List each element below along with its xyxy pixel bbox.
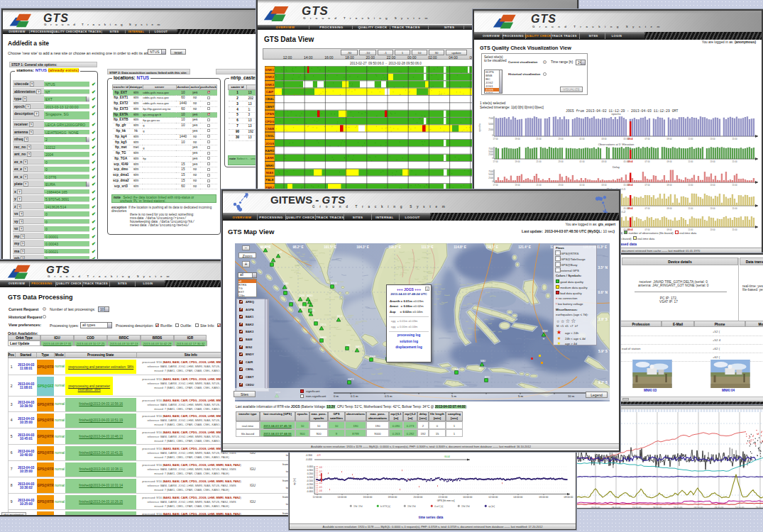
svg-text:5 m: 5 m — [451, 394, 456, 398]
svg-text:7500: 7500 — [488, 117, 493, 120]
svg-text:NIAN: NIAN — [283, 282, 289, 285]
svg-text:08:00:00: 08:00:00 — [564, 496, 573, 499]
svg-text:2500: 2500 — [488, 128, 493, 131]
svg-text:07:00: 07:00 — [645, 184, 650, 187]
svg-text:-0.4: -0.4 — [319, 482, 322, 484]
svg-text:TRKL: TRKL — [309, 309, 315, 312]
svg-text:CBNT: CBNT — [265, 105, 275, 109]
svg-text:up [m]: up [m] — [293, 478, 296, 484]
svg-text:03:30:00: 03:30:00 — [591, 506, 600, 509]
svg-text:23:30:00: 23:30:00 — [674, 506, 683, 509]
svg-text:-0.200: -0.200 — [307, 483, 314, 486]
svg-text:+: + — [543, 336, 545, 340]
svg-text:0: 0 — [492, 180, 493, 183]
svg-text:SAU: SAU — [455, 368, 460, 371]
svg-text:0: 0 — [492, 157, 493, 160]
svg-text:-0.9: -0.9 — [317, 454, 321, 457]
svg-text:05:00: 05:00 — [624, 160, 629, 163]
svg-text:05:00: 05:00 — [624, 184, 629, 187]
svg-text:14:30:00: 14:30:00 — [735, 506, 745, 509]
svg-text:23:00: 23:00 — [559, 160, 564, 163]
svg-text:11:00: 11:00 — [688, 207, 693, 210]
svg-text:7500: 7500 — [488, 170, 493, 173]
svg-text:17:00: 17:00 — [493, 184, 498, 187]
svg-text:0.300: 0.300 — [307, 469, 313, 472]
svg-text:5000: 5000 — [488, 173, 493, 176]
svg-text:-0.300: -0.300 — [305, 454, 312, 457]
svg-text:TIPOL: TIPOL — [320, 323, 326, 326]
svg-text:-0.100: -0.100 — [307, 480, 314, 482]
svg-text:4-arC [s]: 4-arC [s] — [434, 505, 443, 508]
svg-text:03:00: 03:00 — [602, 160, 607, 163]
svg-text:09:00: 09:00 — [667, 160, 672, 163]
svg-text:11:00: 11:00 — [688, 160, 693, 163]
svg-text:16:00:00: 16:00:00 — [363, 496, 373, 499]
svg-text:10 m: 10 m — [568, 394, 575, 398]
svg-text:MNKI: MNKI — [542, 330, 548, 333]
svg-text:20:00:00: 20:00:00 — [414, 496, 423, 499]
svg-text:0: 0 — [492, 134, 493, 137]
svg-text:09:4: 09:4 — [628, 138, 633, 140]
svg-text:DNK3: DNK3 — [265, 83, 275, 87]
svg-text:CAIP: CAIP — [266, 90, 274, 94]
svg-text:NIAS: NIAS — [314, 319, 319, 322]
svg-text:08:30:00: 08:30:00 — [612, 506, 621, 509]
svg-text:SMT3: SMT3 — [348, 378, 354, 381]
svg-text:T.AS: T.AS — [346, 344, 351, 347]
svg-text:PARJ: PARJ — [265, 186, 274, 189]
svg-text:ABSD: ABSD — [307, 294, 313, 297]
svg-text:2.6° S: 2.6° S — [598, 318, 608, 321]
svg-text:09:00: 09:00 — [667, 138, 672, 140]
svg-text:PALE: PALE — [265, 178, 273, 182]
svg-text:15:00: 15:00 — [732, 184, 737, 187]
svg-text:9.2° S: 9.2° S — [598, 381, 608, 384]
svg-text:22:00:00: 22:00:00 — [439, 496, 448, 499]
svg-text:108.2° E: 108.2° E — [388, 245, 401, 249]
svg-text:3.5° N: 3.5° N — [598, 266, 608, 270]
svg-text:06:00:00: 06:00:00 — [539, 496, 549, 499]
svg-text:13:00: 13:00 — [710, 138, 715, 140]
svg-text:-0.5: -0.5 — [319, 486, 322, 489]
svg-text:13:30:00: 13:30:00 — [632, 506, 642, 509]
svg-text:5000: 5000 — [488, 150, 493, 153]
svg-text:NTUS: NTUS — [331, 282, 337, 285]
svg-text:CPDG: CPDG — [265, 120, 275, 123]
svg-text:19:00: 19:00 — [515, 184, 520, 187]
svg-text:11:00: 11:00 — [688, 184, 693, 187]
svg-text:CSGL: CSGL — [265, 134, 275, 138]
svg-text:12:00:00: 12:00:00 — [313, 496, 322, 499]
svg-text:01:00: 01:00 — [580, 138, 585, 140]
svg-text:15:00: 15:00 — [732, 228, 737, 231]
svg-text:23:00: 23:00 — [559, 184, 564, 187]
svg-text:TN.R: TN.R — [290, 300, 295, 303]
svg-text:04:00:00: 04:00:00 — [514, 496, 523, 499]
svg-text:09:4: 09:4 — [628, 207, 633, 210]
svg-text:-0.400: -0.400 — [307, 490, 314, 493]
svg-text:-0.300: -0.300 — [307, 487, 314, 489]
svg-text:21:00: 21:00 — [537, 184, 542, 187]
svg-text:5.9° S: 5.9° S — [598, 350, 608, 353]
svg-text:19d 19d: 19d 19d — [353, 505, 363, 508]
svg-text:13:00: 13:00 — [710, 184, 715, 187]
svg-text:15:00: 15:00 — [732, 138, 737, 140]
svg-text:BITC: BITC — [485, 376, 490, 379]
svg-text:19:00: 19:00 — [515, 138, 520, 140]
svg-text:18:30:00: 18:30:00 — [653, 506, 662, 509]
svg-text:17:00: 17:00 — [493, 160, 498, 163]
svg-text:LANK: LANK — [265, 156, 275, 160]
svg-text:19d 19d: 19d 19d — [461, 505, 470, 508]
svg-text:13:00: 13:00 — [710, 160, 715, 163]
svg-text:MNKI: MNKI — [265, 164, 273, 167]
svg-text:CNIM: CNIM — [299, 294, 304, 297]
svg-text:MILX: MILX — [337, 315, 343, 318]
svg-text:118.1° E: 118.1° E — [485, 245, 498, 249]
svg-text:19:30:00: 19:30:00 — [756, 506, 763, 509]
svg-text:BAKO: BAKO — [356, 345, 362, 348]
svg-text:5 m: 5 m — [518, 394, 523, 398]
svg-text:CSAB: CSAB — [265, 127, 274, 131]
svg-text:USAD: USAD — [264, 245, 271, 248]
svg-text:-0.6: -0.6 — [319, 489, 322, 492]
svg-text:01:00: 01:00 — [580, 184, 585, 187]
svg-text:DNK1: DNK1 — [265, 68, 275, 72]
svg-text:13:00: 13:00 — [710, 228, 715, 231]
